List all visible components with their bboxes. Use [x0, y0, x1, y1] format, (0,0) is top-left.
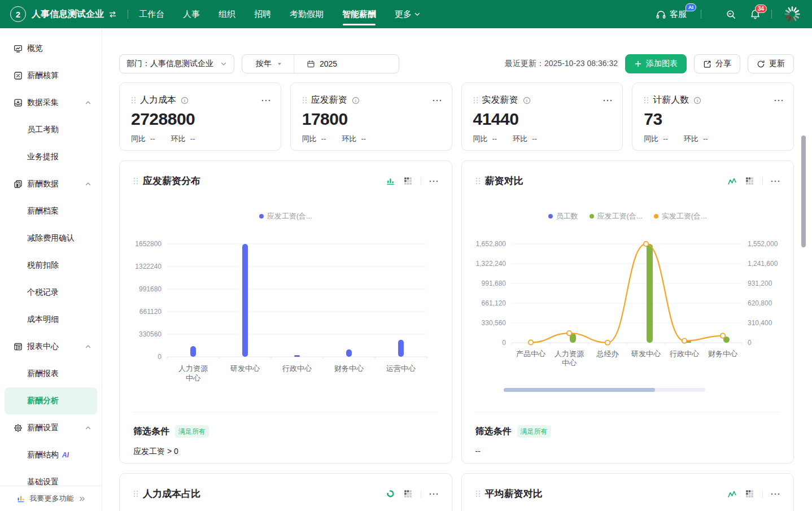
- sidebar-item-overview[interactable]: 概览: [5, 35, 97, 62]
- drag-handle-icon[interactable]: [475, 490, 481, 497]
- nav-item-more[interactable]: 更多: [395, 0, 421, 28]
- sidebar-item-salary-settings[interactable]: 薪酬设置: [5, 414, 97, 442]
- info-icon[interactable]: [352, 97, 360, 104]
- chevron-up-icon[interactable]: [85, 425, 91, 431]
- nav-item-recruitment[interactable]: 招聘: [254, 0, 271, 28]
- sidebar-item-report-center[interactable]: 报表中心: [5, 333, 97, 360]
- svg-text:1,322,240: 1,322,240: [475, 260, 506, 268]
- loading-avatar-spinner[interactable]: [783, 5, 802, 24]
- drag-handle-icon[interactable]: [473, 97, 478, 104]
- kpi-title: 人力成本: [140, 94, 176, 106]
- sidebar-item-salary-analysis[interactable]: 薪酬分析: [5, 387, 97, 414]
- sidebar-item-salary-structure[interactable]: 薪酬结构AI: [5, 442, 97, 469]
- report-center-icon: [14, 342, 23, 351]
- more-menu-icon[interactable]: [429, 493, 438, 495]
- more-menu-icon[interactable]: [771, 180, 780, 182]
- sidebar-item-salary-report[interactable]: 薪酬报表: [5, 360, 97, 387]
- legend-label: 应发工资(合...: [597, 211, 643, 221]
- divider: [128, 10, 128, 19]
- chart-scrollbar-thumb[interactable]: [504, 388, 655, 392]
- info-icon[interactable]: [523, 97, 531, 104]
- more-features-button[interactable]: 我要更多功能: [0, 486, 102, 511]
- more-menu-icon[interactable]: [261, 99, 270, 102]
- search-button[interactable]: [726, 9, 736, 20]
- svg-text:行政中心: 行政中心: [669, 350, 700, 358]
- page-scrollbar-thumb[interactable]: [801, 136, 806, 247]
- notifications-button[interactable]: 34: [750, 9, 761, 20]
- legend-label: 应发工资(合...: [267, 211, 312, 221]
- sidebar-item-business-report[interactable]: 业务提报: [5, 143, 97, 171]
- sidebar-item-cost-detail[interactable]: 成本明细: [5, 306, 97, 333]
- more-menu-icon[interactable]: [603, 99, 612, 102]
- chevron-down-icon: [414, 11, 421, 18]
- sidebar-item-employee-attendance[interactable]: 员工考勤: [5, 116, 97, 143]
- switch-company-icon[interactable]: [108, 10, 117, 19]
- period-mode-select[interactable]: 按年: [242, 55, 290, 73]
- bar-chart-view-icon[interactable]: [386, 176, 395, 186]
- sidebar-item-salary-data[interactable]: 薪酬数据: [5, 171, 97, 198]
- nav-item-label: 智能薪酬: [342, 9, 376, 20]
- table-view-icon[interactable]: [745, 489, 754, 499]
- more-menu-icon[interactable]: [771, 493, 780, 495]
- salary-distribution-bar-chart[interactable]: 033056066112099168013222401652800人力资源中心研…: [122, 237, 436, 391]
- line-chart-view-icon[interactable]: [727, 176, 737, 186]
- drag-handle-icon[interactable]: [131, 97, 136, 104]
- chevron-up-icon[interactable]: [85, 181, 91, 187]
- drag-handle-icon[interactable]: [644, 97, 649, 104]
- kpi-stats: 同比--环比--: [131, 134, 270, 144]
- chevron-up-icon[interactable]: [85, 343, 91, 350]
- legend-item[interactable]: 应发工资(合...: [590, 211, 643, 221]
- svg-text:产品中心: 产品中心: [516, 350, 546, 358]
- nav-item-organization[interactable]: 组织: [219, 0, 235, 28]
- year-picker[interactable]: 2025: [298, 55, 344, 73]
- table-view-icon[interactable]: [403, 489, 413, 499]
- salary-compare-combo-chart[interactable]: 00330,560310,400661,120620,800991,680931…: [464, 237, 789, 378]
- info-icon[interactable]: [181, 97, 189, 104]
- svg-text:0: 0: [502, 339, 506, 347]
- sidebar-item-label: 概览: [27, 43, 43, 54]
- share-button[interactable]: 分享: [694, 54, 740, 73]
- stat-label: 同比: [473, 134, 488, 143]
- sidebar-item-label: 税前扣除: [27, 260, 59, 270]
- donut-view-icon[interactable]: [386, 489, 395, 499]
- sidebar-item-salary-archive[interactable]: 薪酬档案: [5, 198, 97, 225]
- chart-scrollbar-track[interactable]: [504, 388, 705, 392]
- nav-item-hr[interactable]: 人事: [183, 0, 200, 28]
- svg-text:0: 0: [158, 353, 161, 361]
- department-select[interactable]: 部门：人事信息测试企业: [119, 54, 234, 73]
- nav-item-smart-payroll[interactable]: 智能薪酬: [342, 0, 376, 28]
- more-menu-icon[interactable]: [429, 180, 438, 182]
- company-name[interactable]: 人事信息测试企业: [32, 8, 104, 20]
- sidebar-item-data-collection[interactable]: 数据采集: [5, 89, 97, 116]
- drag-handle-icon[interactable]: [475, 177, 481, 185]
- drag-handle-icon[interactable]: [133, 177, 138, 185]
- nav-item-attendance-leave[interactable]: 考勤假期: [290, 0, 324, 28]
- sidebar-item-payroll-calculation[interactable]: 薪酬核算: [5, 62, 97, 89]
- nav-item-label: 人事: [183, 9, 200, 20]
- table-view-icon[interactable]: [745, 176, 754, 186]
- sidebar-item-basic-settings[interactable]: 基础设置: [5, 469, 97, 486]
- more-menu-icon[interactable]: [774, 99, 783, 102]
- sidebar-item-deduction-confirm[interactable]: 减除费用确认: [5, 225, 97, 252]
- sidebar-item-tax-record[interactable]: 个税记录: [5, 279, 97, 306]
- table-view-icon[interactable]: [403, 176, 413, 186]
- refresh-button[interactable]: 更新: [748, 54, 794, 73]
- line-chart-view-icon[interactable]: [727, 489, 737, 499]
- legend-item[interactable]: 员工数: [548, 211, 578, 221]
- add-chart-button[interactable]: 添加图表: [625, 54, 687, 73]
- chart-view-toggles: [727, 489, 780, 499]
- info-icon[interactable]: [693, 97, 701, 104]
- legend-item[interactable]: 应发工资(合...: [259, 211, 312, 221]
- customer-service-button[interactable]: 客服 AI: [656, 9, 687, 20]
- headset-icon: [656, 9, 666, 20]
- legend-item[interactable]: 实发工资(合...: [654, 211, 707, 221]
- chart-legend: 应发工资(合...: [120, 211, 452, 221]
- drag-handle-icon[interactable]: [302, 97, 307, 104]
- chevron-up-icon[interactable]: [85, 99, 91, 106]
- kpi-mom: 环比--: [684, 134, 708, 144]
- nav-item-workbench[interactable]: 工作台: [139, 0, 164, 28]
- drag-handle-icon[interactable]: [133, 490, 138, 497]
- more-menu-icon[interactable]: [433, 99, 442, 102]
- app-logo[interactable]: 2: [10, 6, 26, 22]
- sidebar-item-pretax-deduction[interactable]: 税前扣除: [5, 252, 97, 279]
